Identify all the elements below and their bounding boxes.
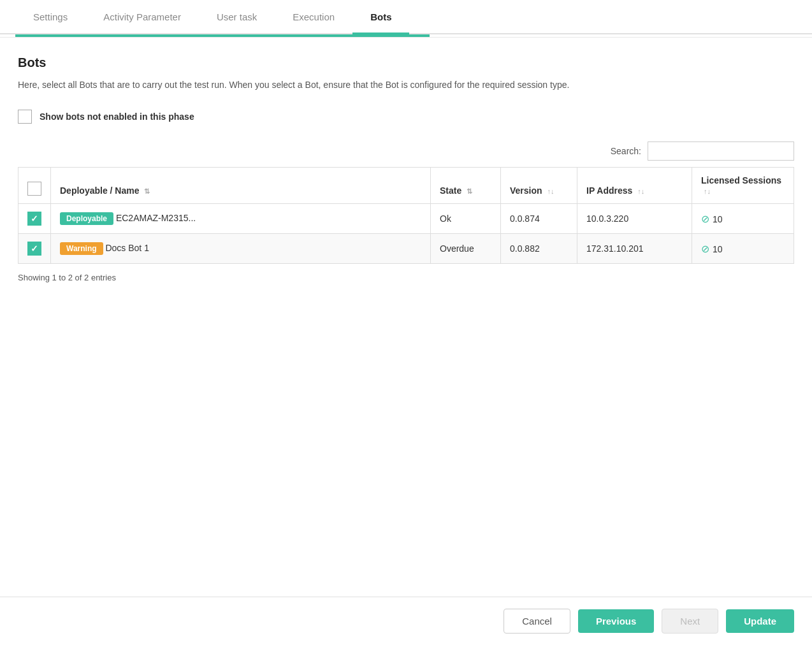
tab-bots[interactable]: Bots [352, 0, 409, 34]
row-licensed-sessions: ⊘10 [692, 204, 794, 234]
page-title: Bots [18, 55, 794, 70]
sort-icon-state[interactable]: ⇅ [467, 187, 472, 195]
tab-progress-3 [181, 34, 264, 37]
tab-progress-2 [98, 34, 181, 37]
row-version: 0.0.874 [501, 204, 577, 234]
main-content: Bots Here, select all Bots that are to c… [0, 38, 812, 535]
row-ip-address: 172.31.10.201 [577, 234, 692, 264]
table-row: ✓Deployable EC2AMAZ-M2315...Ok0.0.87410.… [18, 204, 794, 234]
header-ip-address: IP Address ↑↓ [577, 168, 692, 204]
row-state: Ok [431, 204, 501, 234]
sort-icon-sessions[interactable]: ↑↓ [704, 187, 711, 195]
row-deployable-name: Warning Docs Bot 1 [51, 234, 431, 264]
tabs-bar: Settings Activity Parameter User task Ex… [0, 0, 812, 34]
row-state: Overdue [431, 234, 501, 264]
search-label: Search: [611, 146, 641, 156]
page-description: Here, select all Bots that are to carry … [18, 78, 794, 92]
row-badge-2: Warning [60, 242, 103, 255]
table-header-row: Deployable / Name ⇅ State ⇅ Version ↑↓ I… [18, 168, 794, 204]
row-version: 0.0.882 [501, 234, 577, 264]
header-version: Version ↑↓ [501, 168, 577, 204]
row-checkbox-1[interactable]: ✓ [27, 212, 41, 226]
tab-settings[interactable]: Settings [15, 0, 85, 34]
tab-execution[interactable]: Execution [275, 0, 352, 34]
header-select [18, 168, 51, 204]
row-licensed-sessions: ⊘10 [692, 234, 794, 264]
row-checkbox-cell: ✓ [18, 204, 51, 234]
search-input[interactable] [648, 141, 794, 161]
row-badge-1: Deployable [60, 212, 113, 225]
sort-icon-ip[interactable]: ↑↓ [637, 187, 644, 195]
show-bots-row: Show bots not enabled in this phase [18, 110, 794, 124]
tab-progress-4 [264, 34, 347, 37]
show-bots-label: Show bots not enabled in this phase [40, 112, 194, 122]
tab-user-task[interactable]: User task [199, 0, 275, 34]
header-checkbox[interactable] [27, 182, 41, 196]
tab-progress-5 [347, 34, 430, 37]
row-checkbox-cell: ✓ [18, 234, 51, 264]
bots-table: Deployable / Name ⇅ State ⇅ Version ↑↓ I… [18, 167, 794, 264]
table-row: ✓Warning Docs Bot 1Overdue0.0.882172.31.… [18, 234, 794, 264]
sort-icon-version[interactable]: ↑↓ [547, 187, 554, 195]
tab-progress-1 [15, 34, 98, 37]
tab-activity-parameter[interactable]: Activity Parameter [85, 0, 199, 34]
shield-icon: ⊘ [701, 214, 709, 224]
header-licensed-sessions: Licensed Sessions ↑↓ [692, 168, 794, 204]
show-bots-checkbox[interactable] [18, 110, 32, 124]
search-row: Search: [18, 141, 794, 161]
shield-icon: ⊘ [701, 243, 709, 254]
header-deployable-name: Deployable / Name ⇅ [51, 168, 431, 204]
row-deployable-name: Deployable EC2AMAZ-M2315... [51, 204, 431, 234]
row-ip-address: 10.0.3.220 [577, 204, 692, 234]
header-state: State ⇅ [431, 168, 501, 204]
row-checkbox-2[interactable]: ✓ [27, 242, 41, 256]
entries-info: Showing 1 to 2 of 2 entries [18, 273, 794, 282]
sort-icon-name[interactable]: ⇅ [144, 187, 150, 195]
